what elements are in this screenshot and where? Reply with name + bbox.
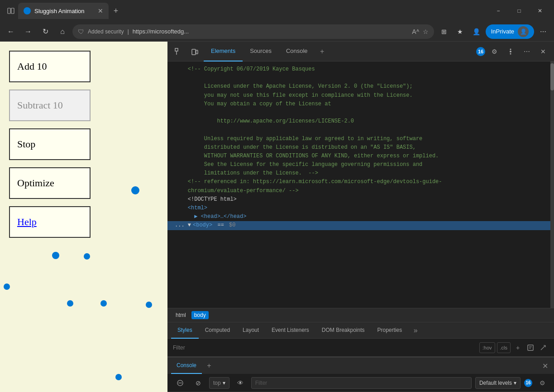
console-tab[interactable]: Console [171, 358, 202, 374]
code-line: http://www.apache.org/licenses/LICENSE-2… [167, 117, 554, 126]
console-filter-icon-btn[interactable]: ⊘ [191, 376, 205, 390]
style-tab-computed[interactable]: Computed [199, 322, 236, 339]
svg-point-6 [510, 51, 511, 52]
tabs-more-btn[interactable]: + [317, 46, 328, 57]
minimize-btn[interactable]: − [488, 4, 509, 18]
style-tab-properties[interactable]: Properties [371, 322, 409, 339]
code-line: WITHOUT WARRANTIES OR CONDITIONS OF ANY … [167, 152, 554, 161]
code-line: See the License for the specific languag… [167, 161, 554, 169]
code-line: distributed under the License is distrib… [167, 143, 554, 152]
title-bar: Sluggish Animation ✕ + − □ ✕ [0, 0, 554, 22]
dot-7 [146, 302, 152, 308]
active-tab[interactable]: Sluggish Animation ✕ [18, 3, 109, 19]
new-tab-btn[interactable]: + [109, 4, 123, 18]
maximize-btn[interactable]: □ [509, 4, 530, 18]
profiles-icon[interactable]: 👤 [469, 24, 484, 39]
stop-btn[interactable]: Stop [9, 128, 91, 160]
sidebar-toggle-btn[interactable] [4, 4, 18, 18]
new-style-rule-btn[interactable] [525, 342, 536, 353]
console-eye-btn[interactable]: 👁 [233, 376, 248, 390]
vertical-scrollbar[interactable] [550, 61, 554, 308]
svg-rect-4 [192, 49, 196, 55]
collections-icon[interactable]: ⊞ [437, 24, 451, 39]
tab-bar: Sluggish Animation ✕ + [4, 0, 484, 22]
favorites-btn[interactable]: ★ [453, 24, 468, 39]
dot-8 [115, 374, 122, 380]
devtools-tabs: Elements Sources Console + [204, 42, 474, 61]
breadcrumb-html[interactable]: html [173, 311, 189, 319]
forward-btn[interactable]: → [21, 24, 35, 39]
inspect-in-sources-btn[interactable] [538, 342, 549, 353]
tab-elements[interactable]: Elements [204, 42, 243, 61]
add-style-rule-btn[interactable]: + [512, 342, 523, 353]
refresh-btn[interactable]: ↻ [38, 24, 53, 39]
subtract10-btn[interactable]: Subtract 10 [9, 90, 91, 121]
issues-badge[interactable]: 16 [476, 47, 485, 56]
code-line: <!-- Copyright 06/07/2019 Kayce Basques [167, 65, 554, 74]
inspect-element-btn[interactable] [171, 44, 186, 59]
tab-console[interactable]: Console [279, 42, 315, 61]
address-bar[interactable]: 🛡 Added security | https://microsoftedg.… [72, 24, 434, 39]
breadcrumb-body[interactable]: body [191, 311, 209, 319]
customize-btn[interactable] [503, 44, 518, 59]
console-default-levels-dropdown[interactable]: Default levels ▾ [475, 377, 521, 389]
more-actions-btn[interactable]: ⋯ [520, 44, 534, 59]
issues-count: 16 [478, 49, 483, 54]
nav-bar: ← → ↻ ⌂ 🛡 Added security | https://micro… [0, 22, 554, 42]
code-line-selected[interactable]: ... ▼ <body> == $0 [167, 221, 554, 230]
inprivate-label: InPrivate [491, 28, 514, 35]
code-line: chromium/evaluate-performance/ --> [167, 187, 554, 195]
favorites-icon[interactable]: ☆ [423, 28, 429, 35]
style-tab-styles[interactable]: Styles [171, 322, 199, 339]
console-toolbar: ⊘ top ▾ 👁 Filter Default levels ▾ 16 ⚙ [167, 374, 554, 392]
help-btn[interactable]: Help [9, 206, 91, 238]
style-tabs-more-btn[interactable]: » [410, 325, 421, 336]
code-area[interactable]: <!-- Copyright 06/07/2019 Kayce Basques … [167, 61, 554, 308]
code-line: <html> [167, 204, 554, 213]
translate-icon[interactable]: Aᴬ [412, 28, 419, 35]
device-toggle-btn[interactable] [187, 44, 202, 59]
svg-rect-9 [528, 345, 533, 350]
svg-rect-5 [196, 50, 198, 54]
menu-btn[interactable]: ⋯ [536, 24, 550, 39]
code-line [167, 126, 554, 134]
style-tab-dom-breakpoints[interactable]: DOM Breakpoints [315, 322, 371, 339]
home-btn[interactable]: ⌂ [55, 24, 70, 39]
back-btn[interactable]: ← [4, 24, 18, 39]
svg-point-8 [510, 53, 511, 54]
devtools-actions: 16 ⚙ ⋯ ✕ [476, 44, 550, 59]
tab-sources[interactable]: Sources [243, 42, 279, 61]
settings-btn[interactable]: ⚙ [487, 44, 501, 59]
close-devtools-btn[interactable]: ✕ [536, 44, 550, 59]
console-add-tab-btn[interactable]: + [204, 360, 215, 371]
dot-2 [52, 252, 59, 259]
tab-title: Sluggish Animation [34, 8, 85, 14]
console-tab-bar: Console + ✕ [167, 358, 554, 374]
code-line [167, 109, 554, 117]
inprivate-btn[interactable]: InPrivate 👤 [486, 24, 534, 39]
close-btn[interactable]: ✕ [530, 4, 550, 18]
console-level-text: Default levels [479, 380, 512, 386]
console-close-btn[interactable]: ✕ [540, 360, 550, 371]
scrollbar-thumb[interactable] [550, 63, 554, 90]
avatar: 👤 [518, 26, 529, 37]
code-line: Unless required by applicable law or agr… [167, 135, 554, 143]
svg-rect-2 [175, 48, 178, 51]
code-line: ▶ <head>…</head> [167, 213, 554, 221]
console-issues-badge[interactable]: 16 [524, 379, 532, 387]
style-tab-layout[interactable]: Layout [236, 322, 265, 339]
security-icon: 🛡 [78, 28, 84, 35]
filter-input[interactable] [173, 345, 476, 351]
dot-6 [100, 300, 107, 307]
console-level-dropdown[interactable]: top ▾ [209, 377, 229, 389]
cls-filter-btn[interactable]: .cls [497, 342, 511, 353]
main-area: Add 10 Subtract 10 Stop Optimize Help El… [0, 42, 554, 392]
tab-close-btn[interactable]: ✕ [98, 7, 103, 14]
optimize-btn[interactable]: Optimize [9, 167, 91, 199]
style-tab-event-listeners[interactable]: Event Listeners [265, 322, 315, 339]
add10-btn[interactable]: Add 10 [9, 51, 91, 82]
console-settings-btn[interactable]: ⚙ [536, 377, 549, 389]
console-filter-input[interactable]: Filter [251, 377, 472, 389]
hov-filter-btn[interactable]: :hov [479, 342, 495, 353]
console-clear-btn[interactable] [173, 376, 187, 390]
